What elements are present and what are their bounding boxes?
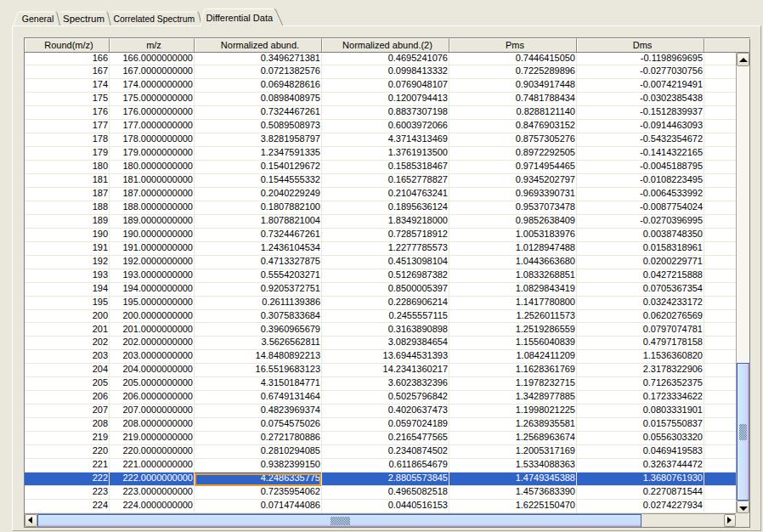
svg-text:General: General xyxy=(22,14,54,24)
svg-text:Spectrum: Spectrum xyxy=(63,14,105,24)
svg-text:Differential Data: Differential Data xyxy=(206,13,274,23)
svg-text:Correlated Spectrum: Correlated Spectrum xyxy=(114,14,195,24)
